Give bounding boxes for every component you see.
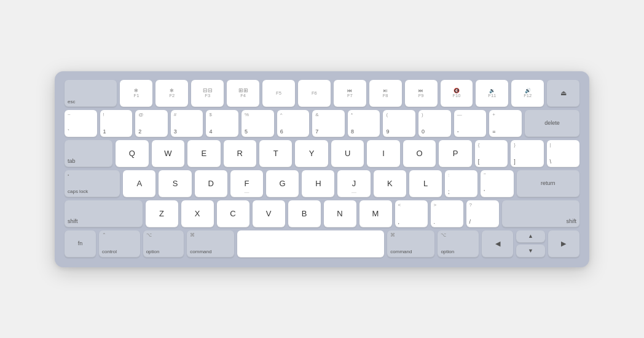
zxcv-row: shift Z X C V B N M < , > . ? / shift [65, 200, 579, 227]
key-o[interactable]: O [403, 140, 436, 167]
qwerty-row: tab Q W E R T Y U I O P { [ } ] | \ [65, 140, 579, 167]
key-8[interactable]: * 8 [348, 110, 380, 137]
key-arrow-down[interactable]: ▼ [516, 245, 545, 257]
key-n[interactable]: N [324, 200, 356, 227]
key-q[interactable]: Q [116, 140, 148, 167]
number-row: ~ ` ! 1 @ 2 # 3 $ 4 % 5 ^ 6 & 7 [65, 110, 579, 137]
key-3[interactable]: # 3 [171, 110, 203, 137]
key-option-right[interactable]: ⌥ option [438, 230, 479, 257]
asdf-row: • caps lock A S D F — G H J — K L : ; " … [65, 170, 579, 197]
key-4[interactable]: $ 4 [206, 110, 238, 137]
key-a[interactable]: A [123, 170, 155, 197]
key-s[interactable]: S [159, 170, 191, 197]
key-command-left[interactable]: ⌘ command [187, 230, 234, 257]
key-arrow-left[interactable]: ◀ [482, 230, 513, 257]
key-c[interactable]: C [217, 200, 249, 227]
key-5[interactable]: % 5 [242, 110, 274, 137]
key-minus[interactable]: — - [454, 110, 487, 137]
key-u[interactable]: U [331, 140, 364, 167]
key-shift-right[interactable]: shift [502, 200, 580, 227]
key-arrow-right[interactable]: ▶ [548, 230, 579, 257]
key-h[interactable]: H [302, 170, 334, 197]
key-f4[interactable]: ⊞⊞ F4 [227, 80, 259, 107]
key-r[interactable]: R [224, 140, 256, 167]
key-f6[interactable]: F6 [298, 80, 331, 107]
key-7[interactable]: & 7 [312, 110, 345, 137]
key-capslock[interactable]: • caps lock [65, 170, 120, 197]
key-1[interactable]: ! 1 [100, 110, 133, 137]
key-e[interactable]: E [187, 140, 220, 167]
key-f2[interactable]: ✻ F2 [155, 80, 188, 107]
key-shift-left[interactable]: shift [65, 200, 143, 227]
key-f7[interactable]: ⏮ F7 [334, 80, 366, 107]
key-b[interactable]: B [288, 200, 321, 227]
key-command-right[interactable]: ⌘ command [387, 230, 434, 257]
key-f[interactable]: F — [230, 170, 263, 197]
key-f9[interactable]: ⏭ F9 [405, 80, 438, 107]
key-space[interactable] [237, 230, 384, 257]
key-p[interactable]: P [439, 140, 471, 167]
key-l[interactable]: L [409, 170, 442, 197]
keyboard: esc ✻ F1 ✻ F2 ⊟⊟ F3 ⊞⊞ F4 F5 F6 ⏮ F7 [55, 71, 589, 267]
key-f5[interactable]: F5 [262, 80, 295, 107]
key-lbracket[interactable]: { [ [475, 140, 508, 167]
key-f12[interactable]: 🔊 F12 [511, 80, 544, 107]
key-quote[interactable]: " ' [481, 170, 513, 197]
key-rbracket[interactable]: } ] [511, 140, 543, 167]
key-delete[interactable]: delete [525, 110, 579, 137]
key-return[interactable]: return [517, 170, 579, 197]
key-y[interactable]: Y [295, 140, 328, 167]
key-tab[interactable]: tab [65, 140, 112, 167]
key-k[interactable]: K [374, 170, 406, 197]
key-x[interactable]: X [181, 200, 214, 227]
bottom-row: fn ⌃ control ⌥ option ⌘ command ⌘ comman… [65, 230, 579, 257]
key-z[interactable]: Z [146, 200, 178, 227]
key-semicolon[interactable]: : ; [445, 170, 477, 197]
key-g[interactable]: G [266, 170, 299, 197]
key-j[interactable]: J — [337, 170, 370, 197]
key-slash[interactable]: ? / [466, 200, 499, 227]
key-arrow-up[interactable]: ▲ [516, 230, 545, 243]
key-2[interactable]: @ 2 [135, 110, 168, 137]
key-v[interactable]: V [253, 200, 285, 227]
key-equals[interactable]: + = [489, 110, 522, 137]
key-f11[interactable]: 🔉 F11 [476, 80, 508, 107]
key-t[interactable]: T [259, 140, 292, 167]
key-backtick[interactable]: ~ ` [65, 110, 97, 137]
key-d[interactable]: D [195, 170, 227, 197]
key-0[interactable]: ) 0 [418, 110, 451, 137]
function-row: esc ✻ F1 ✻ F2 ⊟⊟ F3 ⊞⊞ F4 F5 F6 ⏮ F7 [65, 80, 579, 107]
key-fn[interactable]: fn [65, 230, 96, 257]
key-backslash[interactable]: | \ [547, 140, 579, 167]
key-option-left[interactable]: ⌥ option [143, 230, 184, 257]
key-f3[interactable]: ⊟⊟ F3 [191, 80, 224, 107]
key-9[interactable]: ( 9 [383, 110, 415, 137]
key-f8[interactable]: ⏯ F8 [369, 80, 402, 107]
key-f1[interactable]: ✻ F1 [120, 80, 152, 107]
key-esc[interactable]: esc [65, 80, 117, 107]
key-eject[interactable]: ⏏ [547, 80, 579, 107]
key-m[interactable]: M [359, 200, 392, 227]
key-period[interactable]: > . [431, 200, 463, 227]
key-6[interactable]: ^ 6 [277, 110, 310, 137]
key-i[interactable]: I [367, 140, 399, 167]
key-f10[interactable]: 🔇 F10 [441, 80, 473, 107]
key-w[interactable]: W [152, 140, 184, 167]
key-control[interactable]: ⌃ control [99, 230, 140, 257]
key-comma[interactable]: < , [395, 200, 428, 227]
